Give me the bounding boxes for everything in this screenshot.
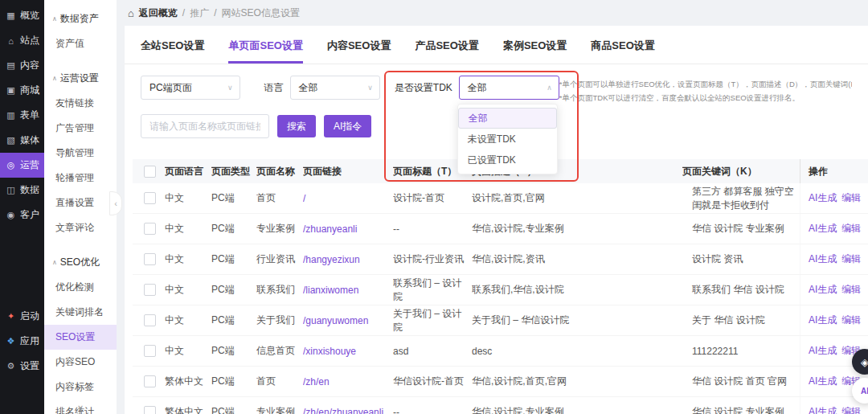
row-checkbox[interactable]	[144, 375, 156, 387]
page-link[interactable]: /lianxiwomen	[303, 285, 393, 296]
page-link[interactable]: /hangyezixun	[303, 254, 393, 265]
page-title-cell: 设计院-行业资讯	[393, 252, 472, 266]
page-link[interactable]: /	[303, 193, 393, 204]
tab[interactable]: 内容SEO设置	[327, 39, 391, 64]
search-input[interactable]	[141, 114, 269, 138]
primary-nav-form[interactable]: ▥表单	[0, 103, 44, 128]
edit-action[interactable]: 编辑	[841, 191, 861, 205]
tdk-label: 是否设置TDK	[395, 76, 452, 100]
breadcrumb-back[interactable]: 返回概览	[139, 6, 178, 20]
dropdown-option[interactable]: 全部	[458, 108, 557, 129]
ai-generate-action[interactable]: AI生成	[809, 344, 837, 358]
ai-generate-action[interactable]: AI生成	[809, 222, 837, 236]
ai-generate-action[interactable]: AI生成	[809, 375, 837, 388]
page-keywords-cell: 华信 设计院 首页 官网	[682, 375, 800, 388]
sidebar-spacer	[0, 227, 44, 304]
primary-nav-launch[interactable]: ✦启动	[0, 304, 44, 329]
assistant-button[interactable]: ◈	[852, 349, 868, 375]
dropdown-option[interactable]: 已设置TDK	[458, 150, 557, 170]
ai-generate-action[interactable]: AI生成	[809, 191, 837, 205]
sidebar-collapse-bottom-icon[interactable]: ∨	[44, 403, 117, 413]
page-type-cell: PC端	[211, 252, 256, 266]
edit-action[interactable]: 编辑	[841, 314, 861, 327]
tab[interactable]: 全站SEO设置	[141, 39, 204, 64]
menu-item[interactable]: 导航管理	[44, 141, 117, 166]
page-link[interactable]: /zh/en/zhuanyeanli	[303, 407, 393, 414]
menu-item[interactable]: 优化检测	[44, 275, 117, 300]
menu-item[interactable]: 内容标签	[44, 375, 117, 400]
menu-item[interactable]: 友情链接	[44, 91, 117, 116]
dropdown-option[interactable]: 未设置TDK	[458, 129, 557, 150]
menu-item[interactable]: 关键词排名	[44, 300, 117, 325]
select-all-checkbox[interactable]	[144, 166, 156, 178]
breadcrumb-segment: 推广	[190, 6, 209, 20]
column-header: 页面关键词（K）	[682, 165, 800, 178]
menu-item[interactable]: 内容SEO	[44, 350, 117, 375]
ai-generate-action[interactable]: AI生成	[809, 252, 837, 266]
tab[interactable]: 案例SEO设置	[503, 39, 567, 64]
menu-item[interactable]: 直播设置	[44, 191, 117, 215]
primary-nav-site[interactable]: ⌂站点	[0, 28, 44, 53]
page-link[interactable]: /guanyuwomen	[303, 315, 393, 326]
menu-item[interactable]: 资产值	[44, 31, 117, 56]
site-icon: ⌂	[6, 36, 16, 46]
page-type-cell: PC端	[211, 344, 256, 358]
row-checkbox[interactable]	[144, 345, 156, 357]
row-checkbox[interactable]	[144, 406, 156, 414]
row-checkbox[interactable]	[144, 223, 156, 235]
menu-item[interactable]: 广告管理	[44, 116, 117, 141]
row-checkbox[interactable]	[144, 314, 156, 326]
menu-group-title[interactable]: ∧SEO优化	[44, 250, 117, 275]
menu-item[interactable]: SEO设置	[44, 325, 117, 350]
ai-command-button[interactable]: AI指令	[324, 115, 371, 137]
row-checkbox[interactable]	[144, 192, 156, 204]
edit-action[interactable]: 编辑	[841, 252, 861, 266]
collapse-up-icon: ∧	[52, 75, 57, 82]
row-checkbox[interactable]	[144, 253, 156, 265]
primary-nav-content[interactable]: ▤内容	[0, 53, 44, 78]
tdk-select[interactable]: 全部 ∧	[459, 76, 559, 100]
column-header: 页面名称	[256, 165, 303, 178]
search-button[interactable]: 搜索	[277, 115, 316, 137]
page-name-cell: 专业案例	[256, 405, 303, 414]
row-actions: AI生成编辑	[800, 244, 868, 274]
ai-generate-action[interactable]: AI生成	[809, 314, 837, 327]
page-type-select[interactable]: PC端页面 ∨	[141, 76, 240, 100]
row-checkbox[interactable]	[144, 284, 156, 296]
nav-label: 站点	[20, 34, 39, 47]
primary-nav-mall[interactable]: ▣商城	[0, 78, 44, 103]
tab[interactable]: 单页面SEO设置	[228, 39, 302, 64]
menu-groups: ∧数据资产资产值∧运营设置友情链接广告管理导航管理轮播管理直播设置文章评论∧SE…	[44, 6, 117, 414]
primary-nav-apps[interactable]: ❖应用	[0, 329, 44, 354]
filter-row-1: PC端页面 ∨ 语言 全部 ∨ 是否设置TDK 全部 ∧ 全部未	[141, 76, 852, 105]
language-select[interactable]: 全部 ∨	[290, 76, 380, 100]
page-language-cell: 中文	[165, 191, 211, 205]
primary-nav-data[interactable]: ◫数据	[0, 178, 44, 203]
page-language-cell: 中文	[165, 344, 211, 358]
primary-nav-operation[interactable]: ◎运营	[0, 153, 44, 178]
primary-nav-media[interactable]: ▧媒体	[0, 128, 44, 153]
edit-action[interactable]: 编辑	[841, 222, 861, 236]
page-link[interactable]: /zhuanyeanli	[303, 223, 393, 235]
page-type-cell: PC端	[211, 375, 256, 388]
ai-generate-action[interactable]: AI生成	[809, 405, 837, 414]
primary-nav-customer[interactable]: ◉客户	[0, 203, 44, 227]
page-link[interactable]: /zh/en	[303, 376, 393, 387]
row-checkbox-cell	[133, 275, 165, 305]
tab[interactable]: 产品SEO设置	[415, 39, 478, 64]
primary-nav-settings[interactable]: ⚙设置	[0, 354, 44, 379]
tab[interactable]: 商品SEO设置	[591, 39, 654, 64]
assistant-secondary-button[interactable]: AI	[852, 378, 868, 404]
edit-action[interactable]: 编辑	[841, 283, 861, 297]
edit-action[interactable]: 编辑	[841, 405, 861, 414]
primary-nav-bottom: ✦启动❖应用⚙设置	[0, 304, 44, 414]
page-link[interactable]: /xinxishouye	[303, 346, 393, 357]
ai-generate-action[interactable]: AI生成	[809, 283, 837, 297]
menu-item[interactable]: 文章评论	[44, 215, 117, 240]
menu-group-title[interactable]: ∧数据资产	[44, 6, 117, 31]
menu-group-data-assets: ∧数据资产资产值	[44, 6, 117, 56]
menu-item[interactable]: 轮播管理	[44, 166, 117, 191]
mall-icon: ▣	[6, 85, 16, 96]
menu-group-title[interactable]: ∧运营设置	[44, 66, 117, 91]
primary-nav-overview[interactable]: ▦概览	[0, 3, 44, 28]
